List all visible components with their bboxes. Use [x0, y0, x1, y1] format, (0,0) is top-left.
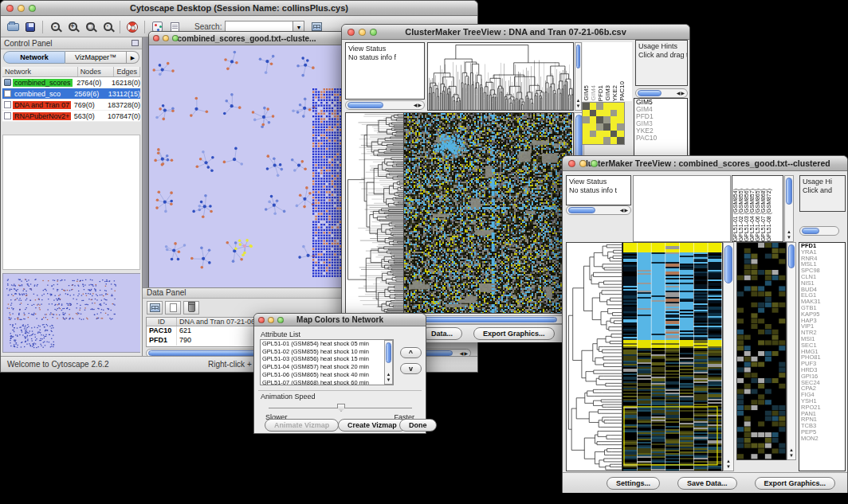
- slider-thumb[interactable]: [337, 404, 345, 412]
- tv2-heatmap-vscrollbar[interactable]: ▲▼: [723, 242, 734, 471]
- tab-overflow-button[interactable]: ▶: [127, 51, 139, 64]
- tv2-zoom-heatmap[interactable]: [736, 242, 787, 460]
- zoom-out-icon[interactable]: -: [46, 19, 64, 34]
- matrix-cell: [590, 116, 597, 123]
- zoom-fit-icon[interactable]: □: [81, 19, 99, 34]
- animate-vizmap-button[interactable]: Animate Vizmap: [265, 419, 339, 432]
- animation-slider[interactable]: [269, 408, 412, 408]
- minimize-button[interactable]: [268, 317, 274, 323]
- close-button[interactable]: [6, 5, 14, 12]
- zoom-button[interactable]: [370, 29, 377, 36]
- matrix-cell: [583, 137, 590, 144]
- move-down-button[interactable]: v: [400, 363, 422, 374]
- zoom-button[interactable]: [277, 317, 284, 323]
- new-attribute-icon[interactable]: [165, 301, 181, 315]
- network-view-titlebar[interactable]: combined_scores_good.txt--cluste...: [149, 32, 344, 45]
- attribute-listbox[interactable]: GPL51-01 (GSM854) heat shock 05 minGPL51…: [260, 339, 394, 385]
- delete-attribute-icon[interactable]: [183, 301, 199, 315]
- tv1-footer-button[interactable]: Data...: [422, 327, 462, 340]
- tv1-status-hscrollbar[interactable]: ◀▶: [345, 100, 425, 110]
- minimize-button[interactable]: [18, 5, 25, 12]
- close-button[interactable]: [568, 160, 575, 167]
- network-table-header[interactable]: Network Nodes Edges: [2, 67, 140, 77]
- matrix-cell: [610, 103, 618, 110]
- zoom-button[interactable]: [591, 160, 598, 167]
- open-file-icon[interactable]: [4, 19, 22, 34]
- attribute-list-item[interactable]: GPL51-07 (GSM868) heat shock 60 min: [262, 379, 393, 385]
- close-button[interactable]: [153, 35, 159, 41]
- tv2-footer-button[interactable]: Settings...: [607, 477, 660, 490]
- close-button[interactable]: [258, 317, 265, 323]
- treeview2-titlebar[interactable]: ClusterMaker TreeView : combined_scores_…: [563, 156, 847, 171]
- tv2-view-status: View Status No status info t: [566, 175, 631, 205]
- tv1-zoom-matrix[interactable]: [582, 102, 625, 145]
- network-table-row[interactable]: RNAPuberNov2+ 563(0) 107847(0): [2, 111, 140, 122]
- attribute-list-item[interactable]: GPL51-06 (GSM865) heat shock 40 min: [262, 371, 393, 379]
- dialog-titlebar[interactable]: Map Colors to Network: [254, 314, 426, 326]
- birdseye-view[interactable]: [2, 273, 140, 353]
- help-ring-icon[interactable]: [124, 19, 141, 34]
- matrix-cell: [603, 123, 610, 131]
- tv1-column-labels[interactable]: GIM5GIM4PFD1GIM3YKE2PAC10: [583, 42, 632, 101]
- zoom-button[interactable]: [29, 5, 36, 12]
- column-label: PFD1: [597, 85, 604, 101]
- save-icon[interactable]: [22, 19, 39, 34]
- attribute-list-vscrollbar[interactable]: ▲▼: [384, 340, 393, 385]
- main-titlebar[interactable]: Cytoscape Desktop (Session Name: collins…: [1, 1, 477, 16]
- tv2-zoom-vscrollbar[interactable]: ▲▼: [787, 242, 796, 460]
- tv1-collabel-scrollbar[interactable]: ▲▼: [575, 42, 582, 111]
- tv1-usage-hscrollbar[interactable]: ◀▶: [635, 88, 688, 98]
- attribute-list-item[interactable]: GPL51-04 (GSM857) heat shock 20 min: [262, 363, 393, 371]
- tv2-column-labels[interactable]: GPL51-01 (GSM854)GPL51-02 (GSM855)GPL51-…: [732, 175, 783, 242]
- zoom-selected-icon[interactable]: ·: [99, 19, 116, 34]
- attribute-list-items: GPL51-01 (GSM854) heat shock 05 minGPL51…: [261, 340, 393, 385]
- attribute-list-item[interactable]: GPL51-02 (GSM855) heat shock 10 min: [262, 348, 393, 356]
- tv2-status-hscrollbar[interactable]: ◀▶: [566, 205, 631, 215]
- search-label: Search:: [194, 22, 222, 31]
- attribute-list-item[interactable]: GPL51-01 (GSM854) heat shock 05 min: [262, 340, 393, 348]
- tv2-heatmap[interactable]: [622, 242, 723, 471]
- minimize-button[interactable]: [359, 29, 366, 36]
- attribute-list-item[interactable]: GPL51-03 (GSM856) heat shock 15 min: [262, 355, 393, 363]
- tv1-heatmap[interactable]: [404, 112, 574, 314]
- treeview2-window: ClusterMaker TreeView : combined_scores_…: [562, 155, 848, 493]
- float-panel-icon[interactable]: [132, 40, 139, 46]
- tab-vizmapper[interactable]: VizMapper™: [65, 51, 127, 64]
- tv2-usage-hscrollbar[interactable]: [799, 226, 839, 236]
- tv2-row-dendrogram[interactable]: [566, 242, 622, 471]
- matrix-cell: [610, 123, 618, 131]
- zoom-button[interactable]: [172, 35, 179, 41]
- matrix-cell: [603, 103, 610, 110]
- animation-speed-label: Animation Speed: [261, 393, 316, 400]
- close-button[interactable]: [347, 29, 355, 36]
- tv1-footer-button[interactable]: Export Graphics...: [473, 327, 555, 340]
- select-attributes-icon[interactable]: [147, 301, 163, 315]
- tv1-column-dendrogram[interactable]: [427, 42, 574, 111]
- zoom-in-icon[interactable]: +: [64, 19, 81, 34]
- tv1-row-dendrogram[interactable]: [345, 112, 404, 314]
- minimize-button[interactable]: [163, 35, 169, 41]
- tv1-heatmap-hscrollbar[interactable]: ◀▶: [404, 315, 574, 324]
- matrix-cell: [590, 110, 597, 117]
- network-graph-canvas[interactable]: [149, 45, 344, 288]
- network-table-row[interactable]: combined_sco 2569(6) 13112(15): [2, 88, 140, 100]
- matrix-cell: [610, 137, 618, 144]
- tv2-column-tree-area[interactable]: [633, 175, 731, 242]
- tv2-collabel-scrollbar[interactable]: ▲▼: [784, 175, 794, 242]
- create-vizmap-button[interactable]: Create Vizmap: [338, 419, 406, 432]
- tv2-usage-hints: Usage Hi Click and: [799, 175, 846, 212]
- minimize-button[interactable]: [579, 160, 587, 167]
- move-up-button[interactable]: ^: [400, 347, 422, 358]
- network-table-row[interactable]: DNA and Tran 07 769(0) 183728(0): [2, 100, 140, 111]
- network-table: Network Nodes Edges combined_scores 2764…: [2, 67, 140, 122]
- column-label: GPL51-07 (GSM868): [760, 189, 766, 241]
- network-table-row[interactable]: combined_scores 2764(0) 16218(0): [2, 77, 140, 88]
- tab-network[interactable]: Network: [3, 51, 65, 64]
- tv2-footer-button[interactable]: Export Graphics...: [755, 477, 836, 490]
- tv2-gene-list[interactable]: PFD1YRA1RNR4MSL1SPC98CLN1NIS1BUD4ELG1MAK…: [799, 242, 846, 471]
- treeview1-titlebar[interactable]: ClusterMaker TreeView : DNA and Tran 07-…: [342, 25, 689, 40]
- tv2-footer-button[interactable]: Save Data...: [677, 477, 737, 490]
- network-tree-whitespace[interactable]: [2, 135, 140, 270]
- matrix-cell: [596, 131, 603, 138]
- done-button[interactable]: Done: [399, 419, 437, 432]
